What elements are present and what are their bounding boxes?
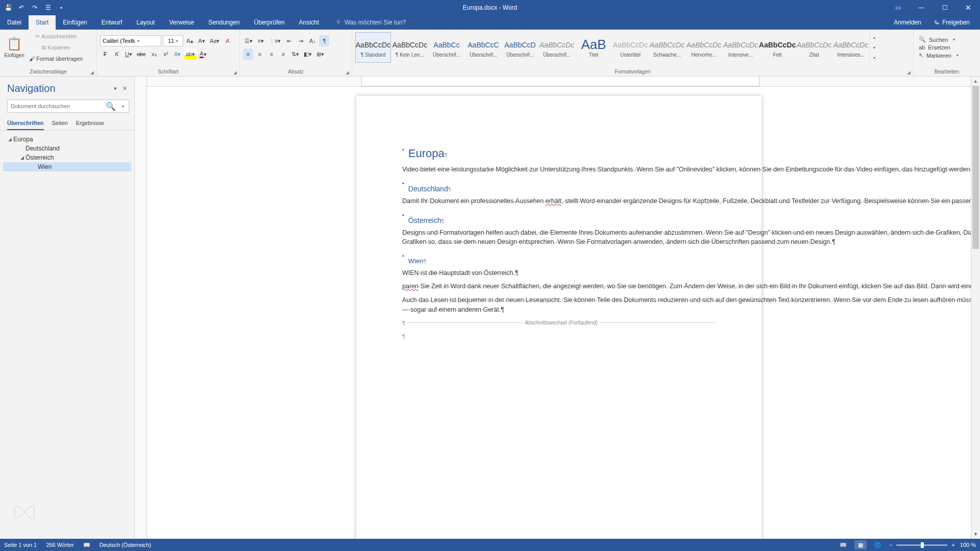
text-effects-button[interactable]: A▾ xyxy=(173,48,183,60)
tell-me-search[interactable]: Was möchten Sie tun? xyxy=(326,15,406,30)
clear-formatting-button[interactable]: A̸ xyxy=(223,35,233,46)
status-language[interactable]: Deutsch (Österreich) xyxy=(100,542,151,548)
search-icon[interactable]: 🔍 xyxy=(104,100,116,112)
qat-customize-icon[interactable]: ▾ xyxy=(57,4,65,12)
nav-close-icon[interactable]: ✕ xyxy=(120,84,129,93)
tab-view[interactable]: Ansicht xyxy=(292,15,326,30)
style-item[interactable]: AaBbCcDc¶ Kein Lee... xyxy=(392,32,428,63)
gallery-more-button[interactable]: ▴▾▾ xyxy=(870,32,878,63)
print-layout-icon[interactable]: ▦ xyxy=(854,540,867,549)
tab-layout[interactable]: Layout xyxy=(129,15,162,30)
align-center-button[interactable]: ≡ xyxy=(255,48,265,60)
find-button[interactable]: 🔍Suchen▾ xyxy=(917,36,977,43)
tab-design[interactable]: Entwurf xyxy=(94,15,130,30)
change-case-button[interactable]: Aa▾ xyxy=(208,35,221,46)
collapse-icon[interactable]: ◢ xyxy=(6,137,13,142)
nav-node-oesterreich[interactable]: ◢Österreich xyxy=(3,153,131,162)
cut-button[interactable]: ✂ Ausschneiden xyxy=(28,31,84,41)
bold-button[interactable]: F xyxy=(100,48,110,60)
nav-node-europa[interactable]: ◢Europa xyxy=(3,135,131,144)
underline-button[interactable]: U▾ xyxy=(124,48,134,60)
nav-tab-results[interactable]: Ergebnisse xyxy=(76,117,104,130)
style-item[interactable]: AaBbCcDcSchwache... xyxy=(649,32,685,63)
style-item[interactable]: AaBbCcDcIntensives... xyxy=(833,32,869,63)
zoom-out-icon[interactable]: − xyxy=(889,542,892,548)
dialog-launcher-icon[interactable]: ◢ xyxy=(345,70,350,75)
nav-node-deutschland[interactable]: Deutschland xyxy=(3,144,131,153)
copy-button[interactable]: ⧉ Kopieren xyxy=(28,42,84,53)
vertical-ruler[interactable] xyxy=(135,77,147,539)
minimize-icon[interactable]: — xyxy=(910,0,933,15)
font-size-combo[interactable]: 11▾ xyxy=(163,35,183,46)
horizontal-ruler[interactable] xyxy=(147,77,971,87)
strikethrough-button[interactable]: abc xyxy=(135,48,148,60)
scroll-down-icon[interactable]: ▼ xyxy=(971,530,980,539)
vertical-scrollbar[interactable]: ▲ ▼ xyxy=(971,77,980,539)
zoom-slider[interactable]: − + xyxy=(889,542,955,548)
format-painter-button[interactable]: 🖌 Format übertragen xyxy=(28,54,84,64)
style-item[interactable]: AaBbCcDcUntertitel xyxy=(612,32,648,63)
align-right-button[interactable]: ≡ xyxy=(266,48,277,60)
share-button[interactable]: Freigeben xyxy=(934,19,970,26)
style-item[interactable]: AaBbCcDcIntensive... xyxy=(723,32,758,63)
tab-references[interactable]: Verweise xyxy=(162,15,201,30)
style-item[interactable]: AaBbCcDÜberschrif... xyxy=(502,32,538,63)
paste-button[interactable]: 📋 Einfügen xyxy=(3,31,26,64)
sort-button[interactable]: A↓ xyxy=(307,35,317,46)
collapse-icon[interactable]: ◢ xyxy=(18,155,26,160)
scrollbar-track[interactable] xyxy=(971,86,980,530)
tab-start[interactable]: Start xyxy=(29,15,56,30)
style-item[interactable]: AaBTitel xyxy=(576,32,611,63)
status-page[interactable]: Seite 1 von 1 xyxy=(4,542,37,548)
status-word-count[interactable]: 266 Wörter xyxy=(46,542,74,548)
multilevel-list-button[interactable]: ⋮≡▾ xyxy=(267,35,282,46)
justify-button[interactable]: ≡ xyxy=(278,48,288,60)
style-item[interactable]: AaBbCcDcÜberschrif... xyxy=(539,32,575,63)
increase-indent-button[interactable]: ⇥ xyxy=(296,35,306,46)
scrollbar-thumb[interactable] xyxy=(972,86,979,249)
tab-mailings[interactable]: Sendungen xyxy=(201,15,247,30)
web-layout-icon[interactable]: 🌐 xyxy=(872,540,884,549)
subscript-button[interactable]: x₂ xyxy=(149,48,159,60)
style-item[interactable]: AaBbCcDc¶ Standard xyxy=(355,32,391,63)
dialog-launcher-icon[interactable]: ◢ xyxy=(232,70,237,75)
save-icon[interactable]: 💾 xyxy=(4,4,12,12)
sign-in-link[interactable]: Anmelden xyxy=(894,19,921,26)
tab-review[interactable]: Überprüfen xyxy=(247,15,292,30)
bullets-button[interactable]: ☰▾ xyxy=(243,35,254,46)
tab-insert[interactable]: Einfügen xyxy=(56,15,94,30)
italic-button[interactable]: K xyxy=(112,48,122,60)
select-button[interactable]: ↖Markieren▾ xyxy=(917,52,977,59)
replace-button[interactable]: abErsetzen xyxy=(917,44,977,51)
nav-search-box[interactable]: 🔍 ▾ xyxy=(7,99,129,113)
decrease-indent-button[interactable]: ⇤ xyxy=(284,35,294,46)
maximize-icon[interactable]: ☐ xyxy=(933,0,957,15)
nav-search-input[interactable] xyxy=(8,103,104,109)
style-item[interactable]: AaBbCcÜberschrif... xyxy=(429,32,464,63)
borders-button[interactable]: ⊞▾ xyxy=(315,48,326,60)
undo-icon[interactable]: ↶ xyxy=(17,4,26,12)
grow-font-button[interactable]: A▴ xyxy=(185,35,195,46)
zoom-thumb[interactable] xyxy=(921,542,924,548)
search-dropdown-icon[interactable]: ▾ xyxy=(116,100,129,112)
dialog-launcher-icon[interactable]: ◢ xyxy=(89,70,94,75)
close-icon[interactable]: ✕ xyxy=(957,0,980,15)
font-name-combo[interactable]: Calibri (Textk▾ xyxy=(100,35,161,46)
style-item[interactable]: AaBbCcCÜberschrif... xyxy=(465,32,501,63)
nav-tab-headings[interactable]: Überschriften xyxy=(7,117,44,130)
scroll-up-icon[interactable]: ▲ xyxy=(971,77,980,86)
line-spacing-button[interactable]: ⇅▾ xyxy=(290,48,301,60)
ribbon-display-options-icon[interactable]: ▭ xyxy=(886,0,910,15)
numbering-button[interactable]: ≡▾ xyxy=(256,35,266,46)
redo-icon[interactable]: ↷ xyxy=(31,4,39,12)
superscript-button[interactable]: x² xyxy=(161,48,171,60)
read-mode-icon[interactable]: 📖 xyxy=(837,540,849,549)
status-spellcheck-icon[interactable]: 📖 xyxy=(83,542,90,548)
nav-dropdown-icon[interactable]: ▾ xyxy=(111,84,120,93)
style-item[interactable]: AaBbCcDcZitat xyxy=(796,32,832,63)
style-item[interactable]: AaBbCcDcHervorhe... xyxy=(686,32,722,63)
font-color-button[interactable]: A▾ xyxy=(198,48,208,60)
nav-tab-pages[interactable]: Seiten xyxy=(52,117,68,130)
touch-mode-icon[interactable]: ☰ xyxy=(44,4,52,12)
nav-node-wien[interactable]: Wien xyxy=(3,162,131,171)
